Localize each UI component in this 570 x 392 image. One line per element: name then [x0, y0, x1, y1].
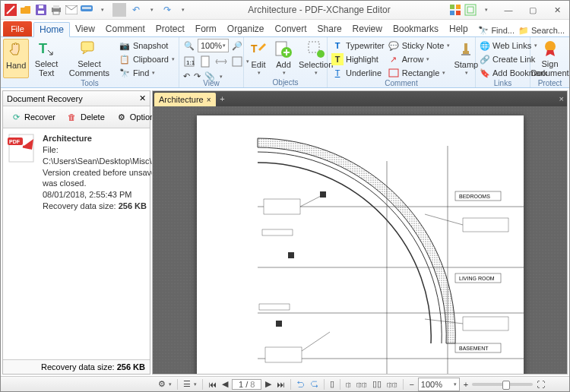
layout-single-button[interactable]: ▯ [328, 377, 336, 391]
new-tab-button[interactable]: + [216, 94, 230, 103]
sign-document-button[interactable]: Sign Document [533, 39, 567, 78]
create-link-button[interactable]: 🔗Create Link [478, 52, 527, 66]
zoom-out-button[interactable]: 🔍 [182, 39, 197, 53]
tab-close-icon[interactable]: × [207, 96, 211, 104]
next-page-button[interactable]: ▶ [264, 377, 273, 391]
arrow-button[interactable]: ↗Arrow▾ [386, 52, 452, 66]
highlight-icon: T [331, 53, 344, 65]
recovery-item-size: 256 KB [119, 201, 147, 210]
svg-rect-13 [456, 11, 461, 15]
first-page-button[interactable]: ⏮ [207, 377, 218, 391]
web-links-button[interactable]: 🌐Web Links▾ [478, 39, 527, 52]
minimize-button[interactable]: — [496, 2, 521, 17]
zoom-out-icon: 🔍 [183, 40, 195, 52]
page-number[interactable]: 1 / 8 [232, 379, 261, 390]
ui-options-icon[interactable] [464, 3, 477, 17]
svg-rect-17 [81, 42, 93, 51]
close-button[interactable]: ✕ [545, 2, 569, 17]
hand-tool[interactable]: Hand [3, 39, 29, 78]
zoom-combo[interactable]: 100%▾ [198, 39, 229, 52]
zoom-in-status[interactable]: + [462, 377, 470, 391]
ribbon: Hand T Select Text Select Comments 📷Snap… [1, 37, 569, 88]
typewriter-button[interactable]: TTypewriter [330, 39, 386, 52]
zoom-in-button[interactable]: 🔎 [230, 39, 245, 53]
select-comments-tool[interactable]: Select Comments [64, 39, 115, 78]
prev-page-button[interactable]: ◀ [220, 377, 230, 391]
email-icon[interactable] [65, 3, 78, 17]
print-icon[interactable] [49, 3, 63, 17]
select-text-tool[interactable]: T Select Text [30, 39, 63, 78]
page: BEDROOMS LIVING ROOM BASEMENT [197, 115, 524, 374]
tab-home[interactable]: Home [33, 22, 70, 37]
open-icon[interactable] [19, 3, 33, 17]
clipboard-tool[interactable]: 📋Clipboard▾ [117, 52, 176, 66]
layout-facing-button[interactable]: ⎅⎅ [355, 377, 369, 391]
last-page-button[interactable]: ⏭ [275, 377, 287, 391]
tab-protect[interactable]: Protect [150, 21, 190, 36]
gear-icon: ⚙ [116, 111, 128, 123]
svg-rect-9 [82, 7, 91, 9]
redo-dropdown[interactable]: ▾ [176, 3, 190, 17]
nav-fwd-button[interactable]: ⮎ [309, 377, 320, 391]
fullscreen-button[interactable]: ⛶ [535, 377, 546, 391]
find-button[interactable]: 🔭Find... [477, 24, 515, 36]
svg-rect-52 [463, 317, 508, 330]
add-icon [274, 40, 293, 59]
tabs-close-all-icon[interactable]: × [556, 94, 567, 103]
snapshot-tool[interactable]: 📷Snapshot [117, 39, 176, 52]
svg-rect-10 [450, 5, 454, 9]
panes-button[interactable]: ☰▾ [182, 377, 198, 391]
zoom-slider[interactable] [472, 383, 533, 386]
tab-view[interactable]: View [70, 21, 100, 36]
svg-line-51 [425, 214, 463, 225]
tools-group-label: Tools [3, 78, 176, 88]
redo-icon[interactable]: ↷ [160, 3, 174, 17]
options-menu-button[interactable]: ⚙▾ [157, 377, 173, 391]
search-button[interactable]: 📁Search... [518, 24, 565, 36]
highlight-button[interactable]: THighlight [330, 52, 386, 66]
qa-dropdown[interactable]: ▾ [96, 3, 109, 17]
recovery-item[interactable]: PDF Architecture File: C:\Users\Sean\Des… [3, 128, 150, 217]
edit-button[interactable]: TEdit▾ [246, 39, 271, 77]
svg-rect-5 [53, 5, 59, 8]
undo-dropdown[interactable]: ▾ [145, 3, 159, 17]
zoom-out-status[interactable]: − [407, 377, 415, 391]
zoom-in-icon: 🔎 [231, 40, 243, 52]
tab-form[interactable]: Form [190, 21, 222, 36]
tab-help[interactable]: Help [444, 21, 473, 36]
maximize-button[interactable]: ▢ [521, 2, 545, 17]
tab-review[interactable]: Review [347, 21, 388, 36]
document-tab[interactable]: Architecture× [154, 93, 216, 106]
layout-cont-facing-button[interactable]: ⎅⎅ [385, 377, 399, 391]
svg-rect-25 [309, 42, 319, 52]
add-button[interactable]: Add▾ [271, 39, 296, 77]
tab-bookmarks[interactable]: Bookmarks [388, 21, 444, 36]
panel-close-icon[interactable]: ✕ [139, 93, 146, 103]
save-icon[interactable] [34, 3, 48, 17]
tab-convert[interactable]: Convert [270, 21, 312, 36]
quick-launch-icon[interactable] [448, 3, 462, 17]
recover-button[interactable]: ⟳Recover [6, 109, 59, 125]
fit-page-button[interactable] [198, 54, 213, 68]
nav-back-button[interactable]: ⮌ [295, 377, 306, 391]
document-canvas[interactable]: BEDROOMS LIVING ROOM BASEMENT [153, 106, 567, 374]
comment-group-label: Comment [330, 78, 473, 88]
tab-organize[interactable]: Organize [222, 21, 270, 36]
svg-line-49 [302, 332, 330, 351]
room-label: LIVING ROOM [459, 276, 495, 281]
sticky-note-button[interactable]: 💬Sticky Note▾ [386, 39, 452, 52]
tab-comment[interactable]: Comment [100, 21, 150, 36]
svg-rect-56 [276, 321, 282, 327]
zoom-status-combo[interactable]: 100%▾ [418, 378, 460, 391]
scan-icon[interactable] [80, 3, 93, 17]
file-menu[interactable]: File [3, 21, 32, 36]
undo-icon[interactable]: ↶ [129, 3, 143, 17]
layout-continuous-button[interactable]: ⎅ [344, 377, 353, 391]
layout-book-button[interactable]: ▯▯ [371, 377, 383, 391]
actual-size-button[interactable]: 1:1 [182, 54, 197, 68]
tab-share[interactable]: Share [312, 21, 347, 36]
delete-button[interactable]: 🗑Delete [62, 109, 109, 125]
fit-width-button[interactable] [214, 54, 229, 68]
recovery-status-label: Recovery data size: [41, 362, 117, 371]
ui-dropdown[interactable]: ▾ [480, 3, 493, 17]
